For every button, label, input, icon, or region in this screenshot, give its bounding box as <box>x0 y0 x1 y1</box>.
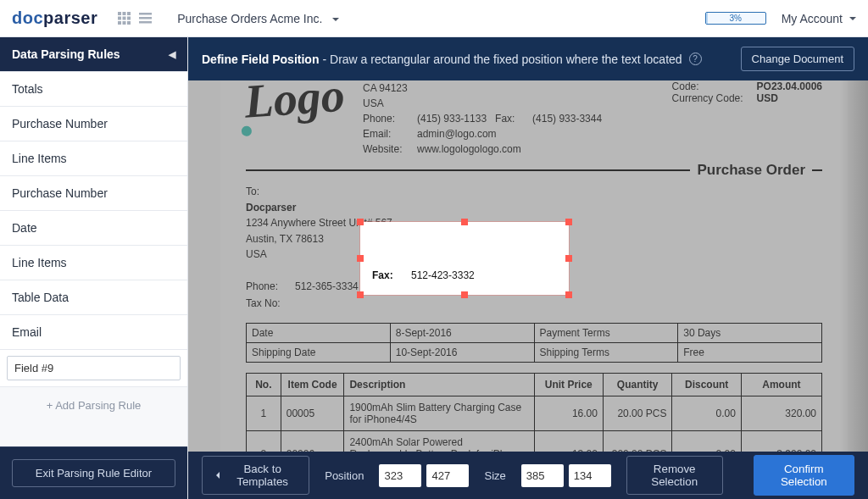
svg-rect-8 <box>127 21 131 25</box>
svg-rect-4 <box>123 17 126 20</box>
svg-rect-9 <box>139 13 152 15</box>
rule-item[interactable]: Totals <box>0 71 187 106</box>
svg-rect-6 <box>118 21 121 25</box>
svg-rect-2 <box>127 12 131 15</box>
size-label: Size <box>484 469 505 482</box>
svg-rect-0 <box>118 12 121 15</box>
rule-item[interactable]: Purchase Number <box>0 106 187 141</box>
chevron-down-icon <box>332 18 339 25</box>
resize-handle[interactable] <box>565 255 572 262</box>
position-x-input[interactable] <box>379 464 421 487</box>
doc-title: Purchase Order <box>690 162 812 179</box>
resize-handle[interactable] <box>461 291 468 298</box>
rule-item[interactable]: Line Items <box>0 245 187 280</box>
add-rule-link[interactable]: + Add Parsing Rule <box>0 386 187 424</box>
sidebar-footer: Exit Parsing Rule Editor <box>0 446 187 499</box>
doc-info-table: Date8-Sept-2016Payment Terms30 Days Ship… <box>246 323 822 363</box>
svg-rect-1 <box>123 12 126 15</box>
document-canvas[interactable]: Logo CA 94123 USA Phone:(415) 933-1133Fa… <box>188 80 868 452</box>
table-row: 2000062400mAh Solar Powered Rechargeable… <box>247 430 822 452</box>
rule-item[interactable]: Line Items <box>0 141 187 175</box>
remove-selection-button[interactable]: Remove Selection <box>626 456 723 495</box>
brand-part-a: doc <box>12 8 43 28</box>
rule-item[interactable]: Email <box>0 314 187 349</box>
resize-handle[interactable] <box>357 219 364 225</box>
position-y-input[interactable] <box>426 464 469 487</box>
resize-handle[interactable] <box>461 219 468 225</box>
size-h-input[interactable] <box>569 464 611 487</box>
svg-rect-10 <box>139 17 152 19</box>
help-icon[interactable]: ? <box>689 53 702 65</box>
rule-item[interactable]: Purchase Number <box>0 175 187 210</box>
step-titlebar: Define Field Position - Draw a rectangul… <box>188 37 868 80</box>
selection-rectangle[interactable]: Fax:512-423-3332 <box>360 222 569 295</box>
doc-logo: Logo <box>243 80 342 160</box>
grid-view-icon[interactable] <box>118 12 131 25</box>
progress-pct: 3% <box>729 14 741 23</box>
new-rule-name-input[interactable] <box>7 356 181 380</box>
doc-sender-block: CA 94123 USA Phone:(415) 933-1133Fax:(41… <box>363 80 602 157</box>
doc-items-table: No. Item Code Description Unit Price Qua… <box>246 373 822 452</box>
svg-rect-11 <box>139 21 152 24</box>
main: Define Field Position - Draw a rectangul… <box>188 37 868 499</box>
step-title: Define Field Position <box>202 53 319 66</box>
confirm-selection-button[interactable]: Confirm Selection <box>754 455 854 496</box>
doc-codes-block: Code:PO23.04.0006 Currency Code:USD <box>672 80 822 157</box>
position-label: Position <box>325 469 364 482</box>
resize-handle[interactable] <box>357 255 364 262</box>
selection-captured-text: Fax:512-423-3332 <box>372 269 475 281</box>
rules-list: Totals Purchase Number Line Items Purcha… <box>0 71 187 446</box>
svg-rect-5 <box>127 17 131 20</box>
rule-item-editing <box>0 349 187 386</box>
account-menu[interactable]: My Account <box>782 12 856 25</box>
chevron-down-icon <box>849 17 856 24</box>
rule-item[interactable]: Date <box>0 210 187 245</box>
topbar: docparser Purchase Orders Acme Inc. 3% M… <box>0 0 868 37</box>
list-view-icon[interactable] <box>139 13 152 24</box>
sidebar-header: Data Parsing Rules ◀ <box>0 37 187 71</box>
progress-indicator: 3% <box>705 12 766 25</box>
collapse-icon[interactable]: ◀ <box>169 49 175 60</box>
svg-rect-7 <box>123 21 126 25</box>
brand-part-b: parser <box>43 8 97 28</box>
table-row: 1000051900mAh Slim Battery Charging Case… <box>247 396 822 430</box>
step-desc: - Draw a rectangular around the fixed po… <box>322 53 682 66</box>
resize-handle[interactable] <box>565 219 572 225</box>
back-to-templates-button[interactable]: Back to Templates <box>202 456 309 495</box>
parser-name: Purchase Orders Acme Inc. <box>177 12 322 25</box>
footer-bar: Back to Templates Position Size Remove S… <box>188 452 868 499</box>
parser-breadcrumb[interactable]: Purchase Orders Acme Inc. <box>177 12 339 25</box>
chevron-left-icon <box>213 472 220 479</box>
resize-handle[interactable] <box>357 291 364 298</box>
sidebar: Data Parsing Rules ◀ Totals Purchase Num… <box>0 37 188 499</box>
svg-rect-3 <box>118 17 121 20</box>
change-document-button[interactable]: Change Document <box>741 47 854 71</box>
sidebar-title: Data Parsing Rules <box>12 47 120 61</box>
brand-logo[interactable]: docparser <box>12 8 97 28</box>
size-w-input[interactable] <box>521 464 564 487</box>
view-switch <box>118 12 152 25</box>
exit-editor-button[interactable]: Exit Parsing Rule Editor <box>12 459 175 487</box>
rule-item[interactable]: Table Data <box>0 280 187 314</box>
account-label: My Account <box>782 12 843 25</box>
resize-handle[interactable] <box>565 291 572 298</box>
